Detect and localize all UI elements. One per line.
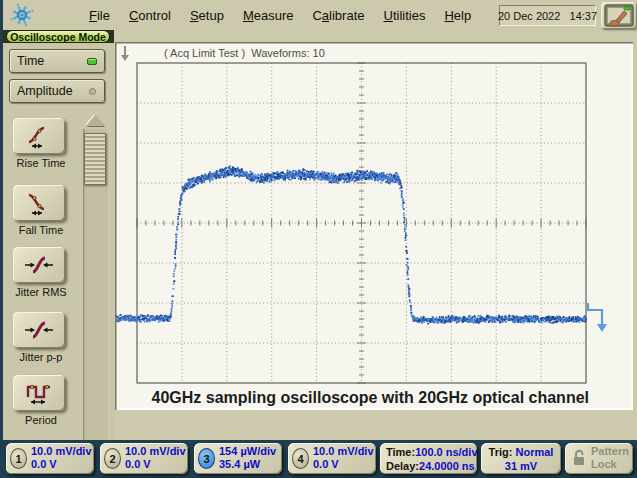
channel-4-button[interactable]: 410.0 mV/div0.0 V <box>288 443 376 474</box>
menu-item-help[interactable]: Help <box>444 8 471 23</box>
trig-level: 31 mV <box>481 460 561 474</box>
menu-item-measure[interactable]: Measure <box>243 8 294 23</box>
time-dropdown-label: Time <box>10 54 87 68</box>
waveform-graticule <box>115 42 633 410</box>
channel-4-readout: 10.0 mV/div0.0 V <box>313 445 374 471</box>
oscilloscope-screen: FileControlSetupMeasureCalibrateUtilitie… <box>0 0 637 478</box>
agilent-spark-logo <box>8 1 36 29</box>
datetime-display: 20 Dec 2022 14:37 <box>499 5 596 26</box>
period-button[interactable] <box>13 375 65 411</box>
time-value: 100.0 ns/div <box>415 446 477 458</box>
mode-tab-row: Oscilloscope Mode <box>3 30 114 43</box>
channel-3-badge: 3 <box>198 448 215 469</box>
inactive-led-icon <box>89 88 96 95</box>
left-control-panel: Time Amplitude Rise TimeFall TimeJitter … <box>3 43 114 440</box>
pattern-label-2: Lock <box>591 458 617 470</box>
mode-tab[interactable]: Oscilloscope Mode <box>6 30 110 43</box>
menu-item-utilities[interactable]: Utilities <box>384 8 426 23</box>
trig-mode: Normal <box>516 446 554 458</box>
rise-time-icon <box>24 123 54 149</box>
channel-1-readout: 10.0 mV/div0.0 V <box>31 445 92 471</box>
channel-3-button[interactable]: 3154 µW/div35.4 µW <box>194 443 282 474</box>
fall-time-label: Fall Time <box>3 224 79 236</box>
delay-value: 24.0000 ns <box>419 460 475 472</box>
trigger-button[interactable]: Trig: Normal 31 mV <box>481 443 561 474</box>
menu-item-file[interactable]: File <box>89 8 110 23</box>
rise-time-label: Rise Time <box>3 157 79 169</box>
time-dropdown[interactable]: Time <box>9 49 105 73</box>
channel-2-badge: 2 <box>104 448 121 469</box>
period-label: Period <box>3 414 79 426</box>
touchscreen-toggle-button[interactable] <box>601 2 637 29</box>
channel-4-badge: 4 <box>292 448 309 469</box>
scrollbar-thumb[interactable] <box>84 133 106 185</box>
menu-item-setup[interactable]: Setup <box>190 8 224 23</box>
chevron-up-icon <box>86 115 104 126</box>
active-led-icon <box>87 58 97 65</box>
main-menu: FileControlSetupMeasureCalibrateUtilitie… <box>89 0 471 30</box>
fall-time-button[interactable] <box>13 185 65 221</box>
rise-time-button[interactable] <box>13 118 65 154</box>
padlock-icon <box>572 449 586 467</box>
timebase-button[interactable]: Time:100.0 ns/div Delay:24.0000 ns <box>380 443 477 474</box>
waveform-display-panel: ( Acq Limit Test ) Waveforms: 10 40GHz s… <box>115 42 633 410</box>
amplitude-dropdown-label: Amplitude <box>10 84 89 98</box>
jitter-rms-label: Jitter RMS <box>3 286 79 298</box>
jitter-pp-icon <box>23 318 55 342</box>
channel-3-readout: 154 µW/div35.4 µW <box>219 445 276 471</box>
menu-bar: FileControlSetupMeasureCalibrateUtilitie… <box>3 0 637 30</box>
jitter-pp-button[interactable] <box>13 312 65 348</box>
jitter-rms-button[interactable] <box>13 247 65 283</box>
amplitude-dropdown[interactable]: Amplitude <box>9 79 105 103</box>
caption-text: 40GHz sampling oscilloscope with 20GHz o… <box>152 389 589 407</box>
channel-2-button[interactable]: 210.0 mV/div0.0 V <box>100 443 188 474</box>
waveform-trace <box>116 165 587 324</box>
scroll-up-button[interactable] <box>83 112 107 129</box>
trig-label: Trig: <box>489 446 513 458</box>
fall-time-icon <box>24 190 54 216</box>
menu-item-calibrate[interactable]: Calibrate <box>312 8 364 23</box>
pattern-label-1: Pattern <box>591 445 629 457</box>
acquisition-status-text: ( Acq Limit Test ) Waveforms: 10 <box>164 47 325 59</box>
jitter-pp-label: Jitter p-p <box>3 351 79 363</box>
touch-hand-icon <box>604 4 634 27</box>
status-bar: 110.0 mV/div0.0 V210.0 mV/div0.0 V3154 µ… <box>3 440 637 478</box>
delay-label: Delay: <box>386 460 419 472</box>
time-label: Time: <box>386 446 415 458</box>
channel-1-button[interactable]: 110.0 mV/div0.0 V <box>6 443 94 474</box>
channel-2-readout: 10.0 mV/div0.0 V <box>125 445 186 471</box>
jitter-rms-icon <box>23 253 55 277</box>
pattern-lock-button[interactable]: Pattern Lock <box>565 443 633 474</box>
toolbar-scrollbar[interactable] <box>83 112 107 473</box>
menu-item-control[interactable]: Control <box>129 8 171 23</box>
period-icon <box>24 380 54 406</box>
channel-1-badge: 1 <box>10 448 27 469</box>
